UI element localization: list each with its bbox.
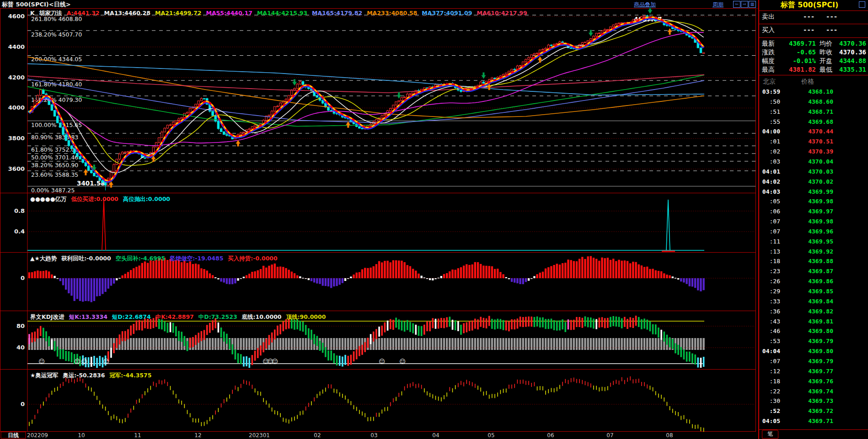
tick-time: :46 (759, 328, 780, 334)
tick-row: :524369.72 (759, 406, 868, 415)
sell-label: 卖出 (762, 13, 775, 21)
tick-time: :07 (759, 228, 780, 235)
period-label: 日线 (8, 432, 19, 439)
time-axis: 日线20220910111220230102030405060708 (1, 432, 673, 439)
panel-frames (0, 8, 758, 432)
month-label: 12 (194, 432, 201, 439)
tick-time: :33 (759, 298, 780, 305)
tick-row: :504368.60 (759, 97, 868, 106)
quote-label: 最高 (762, 66, 775, 74)
panel-square-icon[interactable] (859, 1, 865, 8)
tick-row: 03:594368.10 (759, 87, 868, 95)
buy-price: --- (803, 26, 814, 33)
ma-line-MA233 (27, 57, 704, 118)
tick-time: :23 (759, 268, 780, 275)
split-window-icon[interactable]: ▥ (749, 1, 756, 8)
tick-time: :36 (759, 308, 780, 315)
tick-price: 4369.72 (780, 407, 833, 414)
tick-time: :55 (759, 118, 780, 125)
quote-value: 4370.36 (833, 48, 866, 56)
main-indicator-header: K胡家刀法A:4441.32MA13:4460.28MA21:4499.72MA… (30, 10, 527, 16)
quote-row: 幅度-0.01%开盘4344.88 (759, 57, 868, 65)
tick-row: :034370.04 (759, 157, 868, 165)
smiley-icon: ☺ (399, 358, 406, 365)
tick-row: 04:034369.99 (759, 187, 868, 196)
ma-line-MA377 (27, 64, 704, 95)
buy-row: 买入 --- --- (759, 26, 868, 34)
tick-price: 4369.79 (780, 358, 833, 365)
smiley-icon: ☺ (74, 358, 80, 365)
tick-time: :50 (759, 98, 780, 105)
fib-label: 0.00% 3487.25 (31, 187, 75, 194)
tick-price: 4369.96 (780, 228, 833, 235)
tick-time: :52 (759, 407, 780, 414)
tick-row: 04:054369.71 (759, 416, 868, 425)
fib-label: 38.20% 3650.90 (31, 162, 78, 169)
ma-line-MA165 (27, 79, 704, 123)
quote-value: 4381.82 (781, 66, 816, 73)
tick-price: 4369.92 (780, 248, 833, 255)
panel-kdj: 8040☺☺☺☺☺☺☺☺☺界文KDJ改进短K:13.3334短D:22.6874… (16, 313, 755, 368)
tick-row: :054369.98 (759, 196, 868, 205)
tick-row: 04:004370.44 (759, 127, 868, 135)
buy-arrow-icon (538, 56, 542, 63)
period-link[interactable]: 周期 (713, 1, 723, 9)
sell-price: --- (803, 13, 814, 20)
y-axis-label: 3800 (8, 135, 25, 142)
tick-row: :294369.85 (759, 286, 868, 295)
tick-row: :264369.86 (759, 276, 868, 285)
y-axis-label: 4200 (8, 74, 25, 81)
y-axis-label: 0 (21, 401, 25, 407)
tick-row: 04:044369.80 (759, 346, 868, 355)
tick-time: 04:03 (759, 188, 780, 195)
symbol-title: 标普 500(SPCI)<日线> (2, 0, 71, 9)
quote-value: 4344.88 (833, 57, 866, 64)
quote-panel: 标普 500(SPCI) 卖出 --- --- 买入 --- --- 最新436… (758, 0, 868, 439)
smiley-icon: ☺ (38, 358, 45, 365)
indicator-spike (102, 200, 106, 250)
tick-row: :024370.39 (759, 147, 868, 155)
tick-time: :43 (759, 318, 780, 325)
sell-volume: --- (826, 13, 837, 20)
tick-price: 4369.99 (780, 188, 833, 195)
quote-value: 4370.36 (833, 40, 866, 47)
tick-time: 04:01 (759, 168, 780, 175)
tick-time: :30 (759, 397, 780, 404)
tick-time: :18 (759, 258, 780, 264)
tick-row: :134369.92 (759, 247, 868, 255)
tick-row: :074369.79 (759, 356, 868, 365)
forward-arrow-icon[interactable]: ⇨ (741, 1, 748, 8)
tick-row: :074369.96 (759, 227, 868, 235)
y-axis-label: 4600 (8, 13, 25, 20)
tick-price: 4370.04 (780, 158, 833, 165)
tick-price: 4369.98 (780, 198, 833, 205)
quote-row: 最新4369.71均价4370.36 (759, 40, 868, 48)
buy-volume: --- (826, 26, 837, 33)
trading-terminal: { "title_bar": { "title": "标普 500(SPCI)<… (0, 0, 868, 439)
tick-row: :234369.87 (759, 266, 868, 275)
smiley-icon: ☺ (103, 358, 109, 365)
title-bar: 标普 500(SPCI)<日线> 商品叠加 周期 ⇦ ⇨ ▥ (0, 0, 758, 8)
indicator-spike (666, 200, 670, 250)
overlay-link[interactable]: 商品叠加 (634, 1, 656, 9)
quote-value: 4369.71 (781, 40, 816, 47)
tick-price: 4369.79 (780, 338, 833, 344)
y-axis-label: 4400 (8, 43, 25, 50)
y-axis-label: 0.4 (14, 228, 25, 235)
y-axis-label: 40 (16, 344, 25, 351)
tick-time: :06 (759, 208, 780, 215)
panel-datrend: 0▲★大趋势获利回吐:-0.0000空头回补:-4.6995坚绝做空:-19.0… (21, 255, 755, 302)
tick-time: 04:00 (759, 128, 780, 135)
panel-olympic: 0★奥运冠军奥运:-50.2836冠军:-44.3575 (21, 372, 755, 432)
tick-time: :53 (759, 338, 780, 344)
tick-price: 4369.88 (780, 258, 833, 264)
time-col-header: 北京 (763, 78, 776, 86)
tick-price: 4369.87 (780, 268, 833, 275)
y-axis-label: 80 (16, 323, 25, 329)
quote-label: 昨收 (820, 48, 832, 57)
quote-label: 均价 (820, 40, 832, 48)
tick-row: :304369.73 (759, 396, 868, 405)
chart-area[interactable]: 460044004200400038003600261.80% 4608.802… (0, 0, 758, 439)
tab-bi[interactable]: 笔 (762, 430, 778, 439)
back-arrow-icon[interactable]: ⇦ (733, 1, 740, 8)
